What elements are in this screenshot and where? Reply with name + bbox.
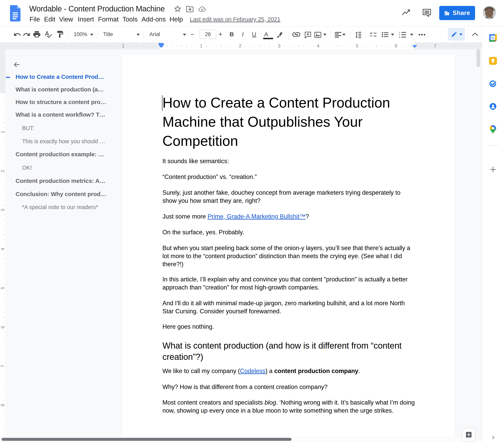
svg-text:3: 3 [399, 36, 400, 38]
svg-text:31: 31 [491, 37, 495, 40]
svg-text:2: 2 [399, 34, 400, 36]
svg-text:1: 1 [399, 31, 400, 34]
